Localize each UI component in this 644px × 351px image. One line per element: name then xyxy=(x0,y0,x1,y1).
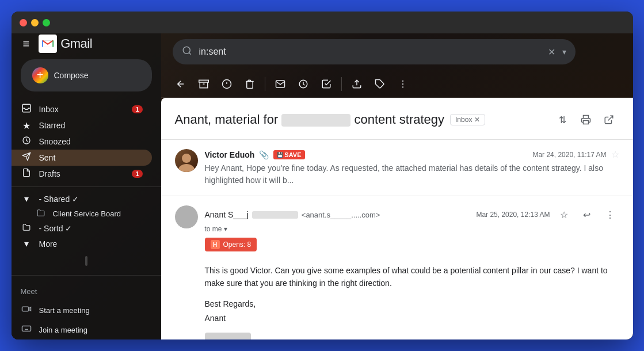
more-email-2-button[interactable]: ⋮ xyxy=(601,205,619,224)
mark-unread-button[interactable] xyxy=(270,74,291,94)
move-button[interactable] xyxy=(346,74,367,94)
hamburger-icon[interactable]: ≡ xyxy=(21,35,32,53)
gmail-m-icon xyxy=(39,35,57,53)
archive-button[interactable] xyxy=(193,74,214,94)
shared-label: - Shared ✓ xyxy=(39,194,143,204)
sidebar-item-starred[interactable]: ★ Starred xyxy=(12,118,152,133)
toolbar-divider-1 xyxy=(265,77,265,91)
email-2-body: This is good Victor. Can you give some e… xyxy=(205,264,619,290)
sidebar-item-sortd[interactable]: - Sortd ✓ xyxy=(12,221,152,236)
label-button[interactable] xyxy=(369,74,390,94)
search-dropdown-icon[interactable]: ▾ xyxy=(562,47,566,56)
svg-rect-16 xyxy=(583,121,588,124)
open-new-window-button[interactable] xyxy=(599,109,619,130)
sortd-icon xyxy=(21,223,32,234)
email-1-preview: Hey Anant, Hope you're fine today. As re… xyxy=(205,162,619,186)
more-icon: ▾ xyxy=(21,238,32,249)
sidebar-item-drafts[interactable]: Drafts 1 xyxy=(12,166,152,182)
add-tasks-button[interactable] xyxy=(316,74,337,94)
keyboard-icon xyxy=(21,323,32,336)
client-service-board-label: Client Service Board xyxy=(53,209,121,218)
sender-1-row: Victor Eduoh 📎 💾 SAVE Mar 24, 2020, 11:1… xyxy=(205,149,619,160)
more-actions-button[interactable] xyxy=(393,74,413,94)
section-divider xyxy=(12,186,161,187)
inbox-icon xyxy=(21,103,32,116)
main-content: ✕ ▾ xyxy=(161,33,633,339)
subject-text: Anant, material for content strategy xyxy=(175,112,445,127)
to-me-chevron[interactable]: ▾ xyxy=(224,225,227,233)
inbox-badge: 1 xyxy=(132,105,142,113)
start-meeting-label: Start a meeting xyxy=(39,306,90,315)
topbar: ✕ ▾ xyxy=(161,33,633,70)
sidebar-item-client-service-board[interactable]: Client Service Board xyxy=(12,207,161,221)
delete-button[interactable] xyxy=(239,74,260,94)
snoozed-label: Snoozed xyxy=(39,137,143,146)
svg-line-17 xyxy=(608,116,612,120)
sender-2-name: Anant S___j xyxy=(205,210,249,219)
print-button[interactable] xyxy=(576,109,596,130)
inbox-label: Inbox xyxy=(39,105,125,114)
subject-blur xyxy=(281,114,350,127)
email-1-date: Mar 24, 2020, 11:17 AM xyxy=(532,151,606,159)
back-button[interactable] xyxy=(170,74,191,94)
sidebar-item-start-meeting[interactable]: Start a meeting xyxy=(12,300,161,320)
email-item-1-header: Victor Eduoh 📎 💾 SAVE Mar 24, 2020, 11:1… xyxy=(175,149,619,186)
email-2-signature: Best Regards, Anant xyxy=(205,297,619,326)
svg-point-19 xyxy=(178,164,195,172)
shared-folder-icon: ▾ xyxy=(21,193,32,204)
app-body: ≡ Gmail + Compose Inbox 1 xyxy=(12,33,633,339)
more-label: More xyxy=(39,239,143,249)
sent-label: Sent xyxy=(39,153,143,162)
search-bar: ✕ ▾ xyxy=(173,39,576,64)
email-item-2: Anant S___j <anant.s_____.....com> Mar 2… xyxy=(161,196,633,339)
sidebar-item-sent[interactable]: Sent xyxy=(12,150,152,166)
paperclip-icon: 📎 xyxy=(259,150,269,159)
spam-button[interactable] xyxy=(216,74,237,94)
navigate-updown-button[interactable]: ⇅ xyxy=(552,109,573,130)
meet-divider xyxy=(12,275,161,276)
sent-icon xyxy=(21,152,32,163)
compose-button[interactable]: + Compose xyxy=(21,59,152,91)
snooze-button[interactable] xyxy=(293,74,314,94)
svg-point-14 xyxy=(402,83,403,84)
svg-rect-5 xyxy=(22,326,31,331)
email-1-meta: Victor Eduoh 📎 💾 SAVE Mar 24, 2020, 11:1… xyxy=(205,149,619,186)
minimize-button[interactable] xyxy=(31,19,39,26)
star-email-1-button[interactable]: ☆ xyxy=(611,149,619,160)
search-icon xyxy=(182,45,192,59)
compose-label: Compose xyxy=(54,71,89,80)
hubspot-icon: H xyxy=(211,240,220,249)
svg-point-18 xyxy=(182,154,191,163)
email-2-date: Mar 25, 2020, 12:13 AM xyxy=(476,211,550,219)
toolbar xyxy=(161,70,633,98)
sidebar-item-inbox[interactable]: Inbox 1 xyxy=(12,101,152,118)
reply-email-2-button[interactable]: ↩ xyxy=(578,205,596,224)
snoozed-icon xyxy=(21,136,32,147)
email-subject-line: Anant, material for content strategy Inb… xyxy=(175,112,486,127)
sidebar-item-join-meeting[interactable]: Join a meeting xyxy=(12,320,161,339)
join-meeting-label: Join a meeting xyxy=(39,326,88,334)
inbox-badge[interactable]: Inbox ✕ xyxy=(450,114,485,125)
search-input[interactable] xyxy=(199,47,541,57)
gmail-logo: Gmail xyxy=(39,35,92,53)
drafts-badge: 1 xyxy=(132,170,142,178)
close-button[interactable] xyxy=(20,19,27,26)
email-area: Anant, material for content strategy Inb… xyxy=(161,98,633,339)
sidebar-item-snoozed[interactable]: Snoozed xyxy=(12,133,152,150)
sender-1-name: Victor Eduoh xyxy=(205,150,255,159)
email-thread: Victor Eduoh 📎 💾 SAVE Mar 24, 2020, 11:1… xyxy=(161,140,633,339)
gmail-label: Gmail xyxy=(60,36,92,51)
victor-avatar xyxy=(175,149,198,172)
svg-point-13 xyxy=(402,80,403,81)
clear-search-icon[interactable]: ✕ xyxy=(548,47,555,58)
sortd-label: - Sortd ✓ xyxy=(39,224,143,233)
sidebar-item-more[interactable]: ▾ More xyxy=(12,236,152,251)
traffic-lights xyxy=(20,19,50,26)
svg-point-15 xyxy=(402,86,403,87)
star-icon: ★ xyxy=(21,120,32,131)
maximize-button[interactable] xyxy=(43,19,50,26)
titlebar xyxy=(12,12,633,33)
sidebar-item-shared[interactable]: ▾ - Shared ✓ xyxy=(12,191,152,207)
star-email-2-button[interactable]: ☆ xyxy=(555,205,573,224)
remove-inbox-icon[interactable]: ✕ xyxy=(474,116,480,124)
